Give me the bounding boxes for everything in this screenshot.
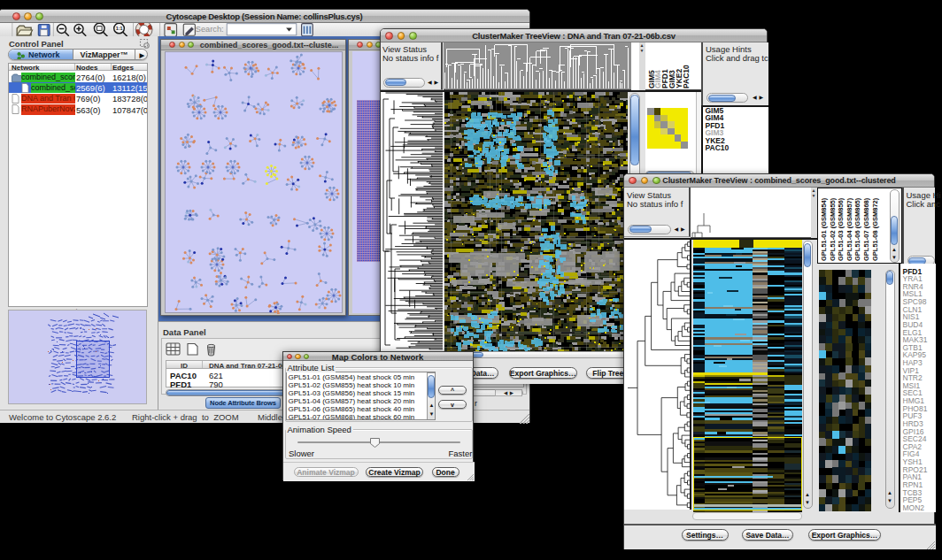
svg-text:GPL51-01 (GSM854): GPL51-01 (GSM854)	[820, 197, 828, 261]
svg-text:GPL51-02 (GSM855): GPL51-02 (GSM855)	[828, 197, 836, 261]
svg-text:GPL51-06 (GSM865): GPL51-06 (GSM865)	[853, 197, 861, 261]
svg-text:Search:: Search:	[196, 25, 224, 34]
svg-text:GPL51-03 (GSM856): GPL51-03 (GSM856)	[837, 197, 845, 261]
svg-text:PAC10: PAC10	[681, 64, 690, 88]
svg-text:GPL51-08 (GSM872): GPL51-08 (GSM872)	[870, 197, 878, 261]
svg-text:GPL51-04 (GSM857): GPL51-04 (GSM857)	[845, 197, 853, 261]
svg-text:1:1: 1:1	[116, 26, 123, 31]
svg-text:GPL51-07 (GSM868): GPL51-07 (GSM868)	[862, 197, 870, 261]
